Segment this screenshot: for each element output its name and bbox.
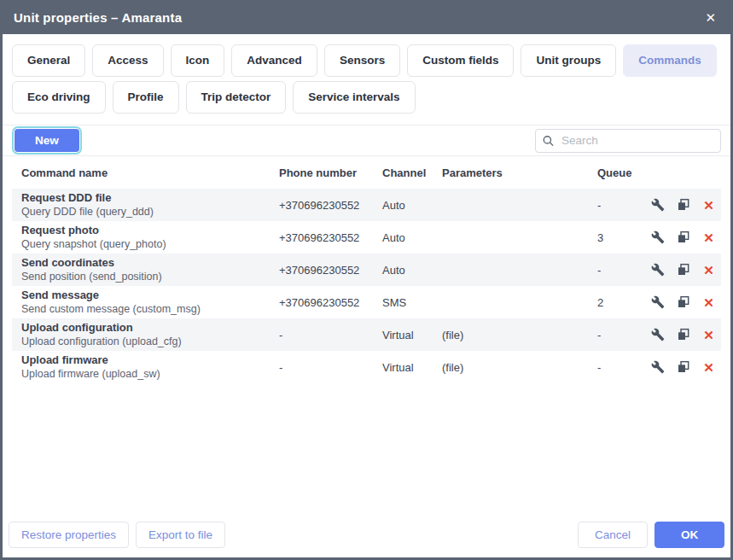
command-name: Upload configuration [21, 321, 279, 335]
command-queue: 2 [597, 296, 650, 309]
table-row: Request photo Query snapshot (query_phot… [12, 221, 721, 254]
search-input[interactable] [535, 129, 721, 153]
command-channel: Auto [382, 199, 442, 212]
command-description: Upload configuration (upload_cfg) [21, 335, 279, 349]
command-name: Request photo [21, 224, 279, 237]
command-phone: - [279, 329, 382, 341]
execute-command-wrench-icon[interactable] [650, 230, 665, 245]
commands-table: Command name Phone number Channel Parame… [12, 156, 721, 383]
command-queue: 3 [597, 231, 650, 244]
copy-command-icon[interactable] [676, 198, 690, 213]
command-parameters: (file) [442, 361, 597, 374]
execute-command-wrench-icon[interactable] [650, 295, 665, 310]
execute-command-wrench-icon[interactable] [650, 328, 665, 342]
table-row: Upload configuration Upload configuratio… [12, 318, 721, 351]
close-icon[interactable]: ✕ [701, 8, 719, 27]
command-queue: - [597, 264, 650, 277]
table-header-row: Command name Phone number Channel Parame… [12, 156, 721, 189]
command-phone: +370696230552 [279, 199, 382, 212]
delete-command-icon[interactable]: ✕ [701, 295, 716, 310]
command-description: Upload firmware (upload_sw) [21, 368, 279, 382]
command-queue: - [597, 329, 650, 341]
tab-icon[interactable]: Icon [171, 44, 225, 77]
command-description: Send position (send_position) [21, 271, 279, 284]
tab-eco-driving[interactable]: Eco driving [12, 81, 106, 114]
delete-command-icon[interactable]: ✕ [701, 263, 716, 277]
command-channel: Virtual [382, 329, 442, 341]
copy-command-icon[interactable] [676, 295, 690, 310]
command-description: Query snapshot (query_photo) [21, 238, 279, 252]
tab-general[interactable]: General [12, 44, 85, 77]
execute-command-wrench-icon[interactable] [650, 198, 665, 213]
command-channel: SMS [382, 296, 442, 309]
tab-trip-detector[interactable]: Trip detector [186, 81, 287, 114]
copy-command-icon[interactable] [676, 360, 690, 375]
execute-command-wrench-icon[interactable] [650, 360, 665, 375]
command-queue: - [597, 361, 650, 374]
copy-command-icon[interactable] [676, 230, 690, 245]
delete-command-icon[interactable]: ✕ [701, 198, 716, 213]
delete-command-icon[interactable]: ✕ [701, 328, 716, 342]
new-command-button[interactable]: New [15, 129, 79, 152]
cancel-button[interactable]: Cancel [578, 522, 648, 548]
command-phone: - [279, 361, 382, 374]
command-queue: - [597, 199, 650, 212]
command-parameters: (file) [442, 329, 597, 341]
header-channel: Channel [382, 166, 442, 179]
tab-sensors[interactable]: Sensors [324, 44, 400, 77]
dialog-title: Unit properties – Amaranta [14, 10, 182, 25]
command-name: Send coordinates [21, 256, 279, 270]
command-name: Upload firmware [21, 353, 279, 367]
export-to-file-button[interactable]: Export to file [136, 522, 225, 548]
command-description: Query DDD file (query_ddd) [21, 206, 279, 219]
command-phone: +370696230552 [279, 264, 382, 277]
tab-unit-groups[interactable]: Unit groups [521, 44, 616, 77]
tab-bar: General Access Icon Advanced Sensors Cus… [3, 34, 730, 125]
header-phone-number: Phone number [279, 166, 382, 179]
table-row: Send coordinates Send position (send_pos… [12, 254, 721, 286]
tab-service-intervals[interactable]: Service intervals [293, 81, 415, 114]
dialog-footer: Restore properties Export to file Cancel… [3, 522, 730, 557]
command-description: Send custom message (custom_msg) [21, 303, 279, 317]
delete-command-icon[interactable]: ✕ [701, 360, 716, 375]
delete-command-icon[interactable]: ✕ [701, 230, 716, 245]
copy-command-icon[interactable] [676, 328, 690, 342]
copy-command-icon[interactable] [676, 263, 690, 277]
tab-access[interactable]: Access [92, 44, 163, 77]
header-parameters: Parameters [442, 166, 597, 179]
dialog-content: General Access Icon Advanced Sensors Cus… [3, 34, 730, 557]
tab-advanced[interactable]: Advanced [231, 44, 317, 77]
tab-custom-fields[interactable]: Custom fields [407, 44, 514, 77]
ok-button[interactable]: OK [654, 522, 724, 548]
command-phone: +370696230552 [279, 231, 382, 244]
tab-profile[interactable]: Profile [113, 81, 179, 114]
restore-properties-button[interactable]: Restore properties [9, 522, 129, 548]
table-row: Send message Send custom message (custom… [12, 286, 721, 318]
tab-commands[interactable]: Commands [623, 44, 717, 77]
command-name: Send message [21, 289, 279, 302]
command-channel: Virtual [382, 361, 442, 374]
header-queue: Queue [597, 166, 650, 179]
unit-properties-dialog: Unit properties – Amaranta ✕ General Acc… [0, 0, 733, 560]
table-row: Upload firmware Upload firmware (upload_… [12, 351, 721, 383]
table-body: Request DDD file Query DDD file (query_d… [12, 189, 721, 383]
command-name: Request DDD file [21, 191, 279, 205]
command-channel: Auto [382, 264, 442, 277]
header-command-name: Command name [21, 166, 279, 179]
table-row: Request DDD file Query DDD file (query_d… [12, 189, 721, 221]
dialog-titlebar: Unit properties – Amaranta ✕ [0, 0, 733, 34]
empty-space [3, 383, 730, 522]
search-icon [542, 134, 555, 147]
search-box [535, 129, 721, 153]
command-phone: +370696230552 [279, 296, 382, 309]
command-channel: Auto [382, 231, 442, 244]
execute-command-wrench-icon[interactable] [650, 263, 665, 277]
commands-toolbar: New [3, 125, 730, 156]
